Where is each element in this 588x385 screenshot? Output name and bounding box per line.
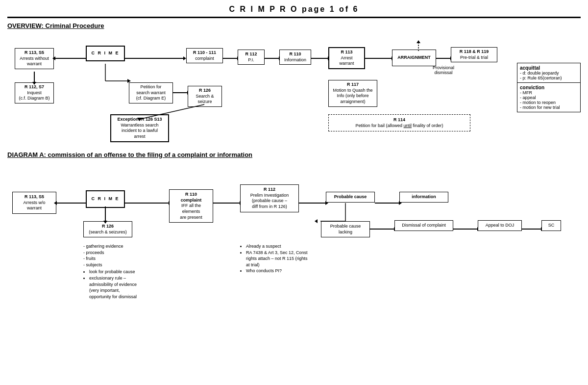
r126-item-3: fruits [83,256,137,262]
acquittal-panel: acquittal - d: double jeopardy - p: Rule… [517,63,580,83]
acquittal-title: acquittal [520,65,578,71]
conviction-item-4: - motion for new trial [520,105,578,110]
arrow-petition-to-r126 [173,92,188,93]
box-crime-overview: C R I M E [86,46,125,61]
diag-arrow-to-pc-lacking [321,203,345,224]
arrow-r110info-to-r113 [311,58,328,59]
acquittal-item-2: - p: Rule 65(certoran) [520,76,578,80]
arrow-crime-to-r113 [55,58,86,59]
diag-probable-cause: Probable cause [326,192,375,203]
diag-r110-complaint: R 110complaintIFF all the elementsare pr… [169,189,213,223]
r126-bullet-2: exclusionary rule – admissibility of evi… [89,275,137,300]
arrow-r112pi-to-r110info [265,58,279,59]
r112-bullet-1: Already a suspect [246,243,309,250]
conviction-title: conviction [520,85,578,90]
diag-appeal-doj: Appeal to DOJ [478,220,522,231]
diag-arrow-r110-to-r112 [213,203,240,204]
box-r112-s7: R 112, S7Inquest(c.f. Diagram B) [15,82,54,103]
conviction-panel: conviction - MFR - appeal - motion to re… [517,83,580,112]
arrow-arraignment-to-pretrial [436,58,451,59]
diag-dismissal: Dismissal of complaint [394,220,453,231]
box-r110-info: R 110Information [279,50,311,65]
box-r112-pi: R 112P.I. [238,50,265,65]
arrow-r110111-to-r112pi [223,58,238,59]
diag-r112-bullets: Already a suspect RA 7438 & Art 3, Sec 1… [240,243,309,274]
r126-bullet-list: look for probable cause exclusionary rul… [83,269,137,300]
r112-bullet-2: RA 7438 & Art 3, Sec 12, Const rights at… [246,250,309,268]
diag-r126-content: gathering evidence proceeds fruits subje… [83,243,137,300]
overview-header: OVERVIEW: Criminal Procedure [7,22,581,29]
diag-information: information [399,192,448,203]
r126-to-exception-arrow [204,104,205,120]
svg-line-3 [140,104,204,119]
box-r113-arrest: R 113Arrestwarrant [328,47,365,69]
diag-arrow-pc-to-info [375,203,399,204]
diag-sc: SC [541,220,561,231]
right-panel: acquittal - d: double jeopardy - p: Rule… [517,63,581,112]
arrow-r113-to-arraignment [365,58,392,59]
r126-item-2: proceeds [83,250,137,256]
diag-arrow-pc-to-dismissal [370,229,394,230]
r126-bullet-1: look for probable cause [89,269,137,275]
page: C R I M P R O page 1 of 6 OVERVIEW: Crim… [0,0,588,385]
r126-item-4: subjects [83,262,137,268]
conviction-item-3: - motion to reopen [520,100,578,105]
box-arraignment: ARRAIGNMENT [392,50,436,66]
r126-item-1: gathering evidence [83,243,137,250]
diag-arrow-crime-to-r113 [56,203,86,204]
page-title: C R I M P R O page 1 of 6 [7,5,581,14]
arrow-crime-right [125,58,184,59]
svg-provisional [414,42,433,51]
top-border [7,17,581,18]
overview-diagram: R 113, S5Arrests withoutwarrant C R I M … [7,33,581,146]
provisional-dashed-arrow [414,42,433,52]
svg-r126-down [204,104,205,119]
diag-r113-s5: R 113, S5Arrests w/o warrant [12,192,56,214]
diag-r126: R 126(search & seizures) [83,221,132,237]
box-r113-s5-arrests: R 113, S5Arrests withoutwarrant [15,48,54,69]
box-r110-111: R 110 - 111complaint [186,48,223,63]
box-r117: R 117Motion to Quash theInfo (only befor… [328,80,377,107]
provisional-dismissal-label: Provisionaldismissal [424,65,463,75]
svg-pc-lacking [321,203,345,223]
svg-marker-9 [315,219,318,223]
box-petition-search: Petition forsearch warrant(cf. Diagram E… [129,82,173,103]
svg-marker-6 [416,40,420,43]
diag-arrow-dismissal-to-appeal [453,229,478,230]
conviction-item-2: - appeal [520,95,578,100]
box-r126-search: R 126Search &seizure [188,86,222,107]
arrow-r113-to-r112 [34,72,35,82]
diagram-a-header: DIAGRAM A: commission of an offense to t… [7,151,581,158]
diag-pc-lacking: Probable causelacking [321,221,370,237]
diagram-a-diagram: R 113, S5Arrests w/o warrant C R I M E R… [7,162,581,324]
diag-arrow-appeal-to-sc [522,229,541,230]
overview-section: OVERVIEW: Criminal Procedure R 113, S5Ar… [7,22,581,146]
diag-arrow-crime-to-r110 [125,203,169,204]
r126-dash-list: gathering evidence proceeds fruits subje… [83,243,137,268]
conviction-item-1: - MFR [520,90,578,95]
diag-r112-pi: R 112Prelim Investigation(probable cause… [240,184,299,212]
diag-arrow-crime-to-r126 [105,206,106,221]
diagram-a-section: DIAGRAM A: commission of an offense to t… [7,151,581,324]
acquittal-item-1: - d: double jeopardy [520,71,578,76]
diag-crime: C R I M E [86,190,125,208]
r112-bullet-3: Who conducts PI? [246,268,309,274]
r112-bullet-list: Already a suspect RA 7438 & Art 3, Sec 1… [240,243,309,274]
box-r114-bail: R 114Petition for bail (allowed until fi… [328,114,470,131]
box-r118-119: R 118 & R 119Pre-trial & trial [451,47,497,62]
